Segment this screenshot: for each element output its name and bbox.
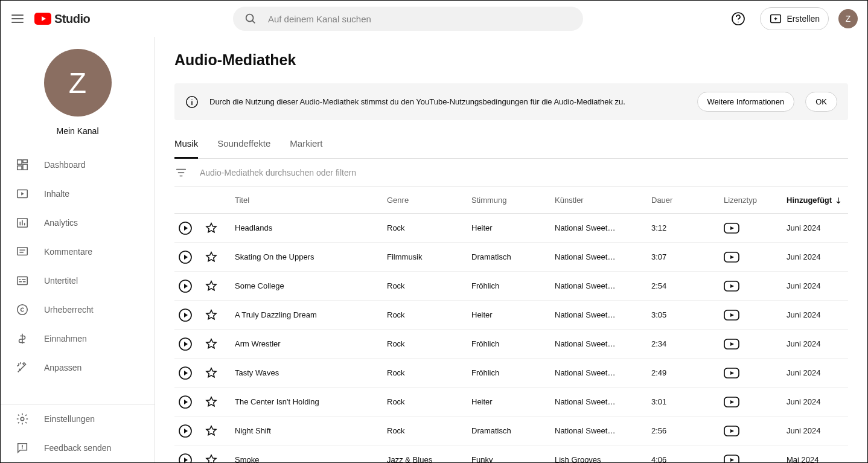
youtube-license-icon: [724, 223, 739, 234]
sidebar-item-comments[interactable]: Kommentare: [1, 237, 155, 266]
table-row: Arm Wrestler Rock Fröhlich National Swee…: [174, 330, 848, 359]
help-button[interactable]: [726, 7, 750, 31]
feedback-icon: [15, 441, 30, 455]
star-icon[interactable]: [205, 308, 218, 322]
play-icon[interactable]: [178, 308, 193, 322]
sidebar-item-label: Feedback senden: [44, 443, 111, 453]
sidebar-item-analytics[interactable]: Analytics: [1, 208, 155, 237]
sidebar-item-earn[interactable]: Einnahmen: [1, 324, 155, 353]
track-added: Juni 2024: [787, 310, 848, 319]
star-icon[interactable]: [205, 337, 218, 351]
col-header-duration[interactable]: Dauer: [651, 196, 724, 205]
col-header-license[interactable]: Lizenztyp: [724, 196, 787, 205]
track-title: A Truly Dazzling Dream: [235, 310, 387, 319]
star-icon[interactable]: [205, 279, 218, 293]
track-title: Arm Wrestler: [235, 339, 387, 348]
content-icon: [15, 187, 30, 201]
track-mood: Funky: [471, 455, 555, 462]
track-artist: National Sweet…: [555, 339, 651, 348]
subtitles-icon: [15, 273, 30, 288]
table-row: A Truly Dazzling Dream Rock Heiter Natio…: [174, 301, 848, 330]
star-icon[interactable]: [205, 366, 218, 380]
track-mood: Heiter: [471, 397, 555, 406]
page-title: Audio-Mediathek: [174, 51, 848, 69]
track-duration: 2:54: [651, 281, 724, 290]
search-bar[interactable]: [233, 7, 583, 31]
star-icon[interactable]: [205, 251, 218, 264]
play-icon[interactable]: [178, 366, 193, 380]
table-row: Headlands Rock Heiter National Sweet… 3:…: [174, 214, 848, 243]
search-input[interactable]: [268, 14, 572, 24]
svg-point-3: [738, 22, 739, 23]
svg-point-16: [191, 99, 192, 100]
track-title: Skating On the Uppers: [235, 252, 387, 261]
play-icon[interactable]: [178, 395, 193, 409]
track-genre: Rock: [387, 281, 471, 290]
svg-rect-7: [23, 164, 27, 170]
hamburger-icon[interactable]: [10, 11, 25, 26]
sidebar-item-label: Inhalte: [44, 189, 69, 199]
star-icon[interactable]: [205, 222, 218, 235]
youtube-license-icon: [724, 426, 739, 436]
channel-avatar[interactable]: Z: [44, 49, 112, 117]
sidebar-item-subtitles[interactable]: Untertitel: [1, 266, 155, 295]
sidebar-item-content[interactable]: Inhalte: [1, 179, 155, 208]
youtube-license-icon: [724, 252, 739, 263]
track-license: [724, 281, 787, 292]
star-icon[interactable]: [205, 424, 218, 438]
play-icon[interactable]: [178, 424, 193, 438]
sidebar-item-label: Dashboard: [44, 160, 86, 170]
svg-rect-6: [23, 160, 27, 163]
col-header-title[interactable]: Titel: [235, 196, 387, 205]
sidebar-item-label: Urheberrecht: [44, 305, 94, 315]
avatar-button[interactable]: Z: [838, 9, 858, 28]
star-icon[interactable]: [205, 395, 218, 409]
studio-logo[interactable]: Studio: [34, 12, 90, 26]
track-mood: Fröhlich: [471, 281, 555, 290]
sidebar-item-feedback[interactable]: Feedback senden: [1, 433, 155, 462]
play-icon[interactable]: [178, 453, 193, 463]
customize-icon: [15, 360, 30, 375]
play-icon[interactable]: [178, 250, 193, 264]
play-icon[interactable]: [178, 337, 193, 351]
col-header-artist[interactable]: Künstler: [555, 196, 651, 205]
track-duration: 2:49: [651, 368, 724, 377]
youtube-license-icon: [724, 310, 739, 321]
col-header-mood[interactable]: Stimmung: [471, 196, 555, 205]
filter-bar[interactable]: [174, 159, 848, 187]
track-artist: National Sweet…: [555, 223, 651, 232]
table-row: Night Shift Rock Dramatisch National Swe…: [174, 417, 848, 445]
col-header-added[interactable]: Hinzugefügt: [787, 196, 848, 205]
sidebar-item-label: Untertitel: [44, 276, 78, 286]
ok-button[interactable]: OK: [805, 92, 837, 112]
sidebar-item-label: Einnahmen: [44, 334, 87, 343]
col-header-genre[interactable]: Genre: [387, 196, 471, 205]
tab-soundeffects[interactable]: Soundeffekte: [217, 130, 270, 159]
svg-rect-11: [18, 247, 28, 255]
sort-down-icon: [834, 196, 843, 205]
track-title: Headlands: [235, 223, 387, 232]
table-row: Tasty Waves Rock Fröhlich National Sweet…: [174, 359, 848, 388]
more-info-button[interactable]: Weitere Informationen: [697, 92, 795, 112]
sidebar-item-dashboard[interactable]: Dashboard: [1, 150, 155, 179]
sidebar-item-copyright[interactable]: Urheberrecht: [1, 295, 155, 324]
youtube-license-icon: [724, 397, 739, 407]
help-icon: [731, 11, 745, 26]
track-genre: Jazz & Blues: [387, 455, 471, 462]
table-row: Skating On the Uppers Filmmusik Dramatis…: [174, 243, 848, 272]
sidebar-item-settings[interactable]: Einstellungen: [1, 404, 155, 433]
play-icon[interactable]: [178, 279, 193, 293]
track-artist: National Sweet…: [555, 397, 651, 406]
tab-music[interactable]: Musik: [174, 130, 198, 159]
table-row: Some College Rock Fröhlich National Swee…: [174, 272, 848, 301]
track-title: Some College: [235, 281, 387, 290]
sidebar-item-label: Kommentare: [44, 247, 92, 257]
track-title: Smoke: [235, 455, 387, 462]
star-icon[interactable]: [205, 453, 218, 463]
filter-input[interactable]: [200, 168, 848, 177]
tab-starred[interactable]: Markiert: [290, 130, 322, 159]
play-icon[interactable]: [178, 221, 193, 235]
sidebar-item-label: Analytics: [44, 218, 78, 228]
create-button[interactable]: Erstellen: [760, 7, 829, 30]
sidebar-item-customize[interactable]: Anpassen: [1, 353, 155, 382]
